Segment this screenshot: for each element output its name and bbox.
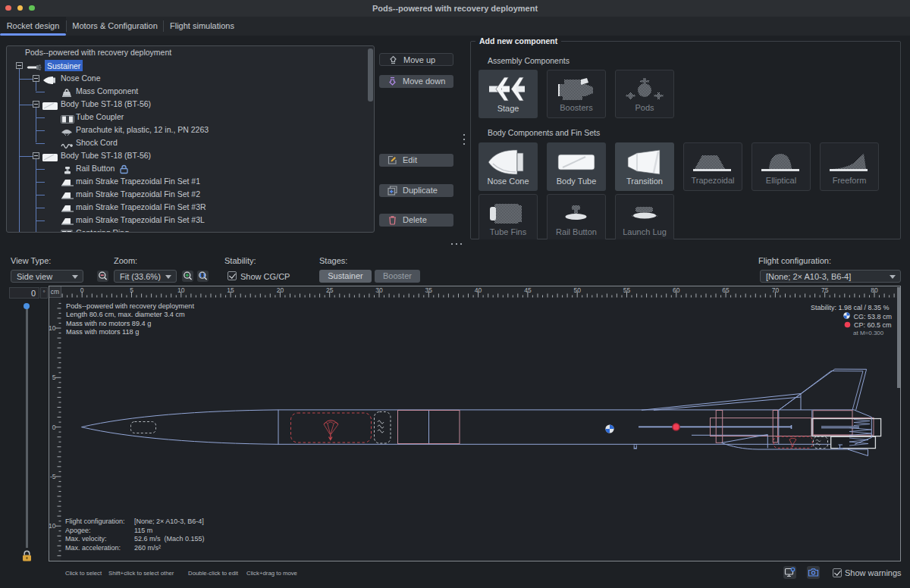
svg-text:55: 55 (623, 286, 631, 294)
svg-text:20: 20 (277, 286, 284, 294)
svg-text:-5: -5 (50, 473, 56, 480)
svg-text:75: 75 (821, 286, 829, 294)
svg-text:25: 25 (326, 286, 334, 294)
svg-text:30: 30 (375, 286, 383, 294)
svg-text:40: 40 (475, 286, 482, 294)
svg-text:50: 50 (573, 286, 581, 294)
svg-text:0: 0 (52, 424, 56, 431)
svg-text:35: 35 (425, 286, 433, 294)
svg-text:0: 0 (80, 286, 84, 294)
svg-text:45: 45 (524, 286, 532, 294)
svg-text:60: 60 (673, 286, 680, 294)
svg-text:10: 10 (177, 286, 185, 294)
svg-text:15: 15 (227, 286, 234, 294)
svg-text:-10: -10 (49, 522, 56, 530)
svg-text:5: 5 (130, 286, 133, 294)
svg-text:80: 80 (871, 286, 878, 294)
svg-text:10: 10 (49, 324, 56, 332)
svg-text:65: 65 (722, 286, 730, 294)
svg-text:5: 5 (52, 374, 56, 381)
svg-text:70: 70 (772, 286, 780, 294)
